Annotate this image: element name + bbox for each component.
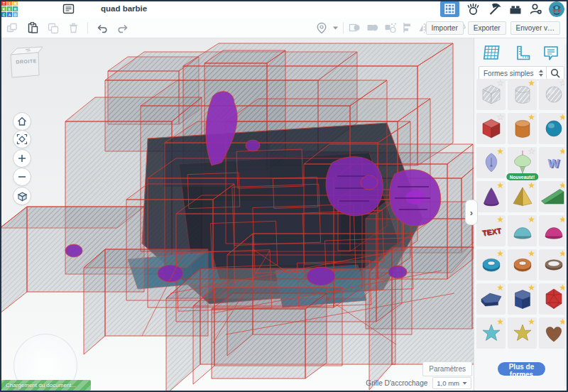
loading-toast: Chargement du document... [1,380,91,391]
logo-tile: A [7,12,12,17]
view-cube[interactable]: DROITE [6,43,45,80]
shape-ring[interactable]: ★ [539,249,568,281]
shape-pyramid[interactable]: ★ [508,181,537,212]
perspective-toggle-button[interactable] [13,187,31,205]
panel-tools [474,42,568,65]
tinkercad-logo[interactable]: TINKERCAD [1,1,18,17]
delete-icon [67,22,80,34]
zoom-out-button[interactable] [13,168,31,186]
more-shapes-button[interactable]: Plus de formes [498,362,545,376]
favorite-star-icon[interactable]: ★ [496,283,504,293]
blocks-view-button[interactable] [440,1,459,17]
ungroup-all-icon [383,21,397,34]
document-menu-icon[interactable] [62,3,75,15]
favorite-star-icon[interactable]: ★ [528,181,535,190]
toolbar: Importer Exporter Envoyer v… [0,18,568,38]
snap-grid-row: Grille D'accrochage 1,0 mm [366,377,471,389]
undo-icon[interactable] [96,23,109,33]
shape-half-sphere[interactable]: ★ [508,215,537,246]
shape-box-hole[interactable]: ☆ [476,79,506,110]
favorite-star-icon[interactable]: ★ [559,181,567,190]
shape-torus-thick[interactable]: ★ [508,249,537,281]
favorite-star-icon[interactable]: ★ [559,317,567,327]
favorite-star-icon[interactable]: ★ [528,249,535,258]
brick-icon[interactable] [508,2,523,16]
header: TINKERCAD quad barbie [0,0,568,18]
favorite-star-icon[interactable]: ☆ [496,113,504,122]
shape-scribble[interactable]: ★ [476,147,506,178]
logo-tile: D [13,12,18,17]
shape-cone[interactable]: ★ [476,181,506,212]
favorite-star-icon[interactable]: ★ [528,215,535,224]
category-value: Formes simples [484,70,534,77]
shape-icosahedron[interactable]: ★ [539,283,568,315]
panel-collapse-handle[interactable]: › [465,200,478,225]
shape-polygon[interactable]: ★ [476,283,506,315]
shape-sphere-hole[interactable]: ☆ [539,79,568,110]
logo-tile: I [7,1,12,6]
favorite-star-icon[interactable]: ★ [496,317,504,327]
shape-spinning-top[interactable]: ☆Nouveauté! [508,147,537,178]
shape-star[interactable]: ★ [476,317,506,349]
settings-button[interactable]: Paramètres [422,361,472,376]
divider [343,22,344,33]
divider [87,22,88,33]
shape-cylinder-hole[interactable]: ★ [508,79,537,110]
shape-letters[interactable]: WW★ [539,147,568,178]
favorite-star-icon[interactable]: ★ [528,79,535,88]
favorite-star-icon[interactable]: ★ [496,215,504,224]
shape-hexagonal-prism[interactable]: ★ [508,283,537,315]
favorite-star-icon[interactable]: ★ [528,283,535,293]
duplicate-icon [47,22,60,34]
workplane-dropdown-caret[interactable] [332,25,339,31]
viewport-3d[interactable]: DROITE Paramètres Grille D'accrochage 1,… [0,38,474,392]
export-button[interactable]: Exporter [468,21,506,35]
notes-icon[interactable] [542,44,560,62]
shape-text[interactable]: TEXTTEXT★ [476,215,506,246]
search-icon [550,68,560,78]
favorite-star-icon[interactable]: ★ [496,249,504,258]
category-row: Formes simples [479,66,564,80]
workplane-icon[interactable] [482,44,502,62]
favorite-star-icon[interactable]: ★ [559,215,567,224]
fit-view-button[interactable] [13,130,31,148]
paste-icon[interactable] [26,21,39,34]
shape-heart[interactable]: ★ [539,317,568,349]
shape-box[interactable]: ☆ [476,113,506,144]
workplane-pin-icon[interactable] [315,21,328,35]
pickaxe-icon[interactable] [487,1,502,16]
shape-thick-star[interactable]: ★ [508,317,537,349]
send-to-button[interactable]: Envoyer v… [510,21,560,35]
redo-icon[interactable] [116,23,129,33]
favorite-star-icon[interactable]: ☆ [528,147,535,156]
zoom-in-button[interactable] [13,149,31,168]
favorite-star-icon[interactable]: ★ [559,249,567,258]
shape-sphere[interactable]: ★ [539,113,568,144]
shape-cylinder[interactable]: ★ [508,113,537,144]
favorite-star-icon[interactable]: ★ [528,317,535,327]
favorite-star-icon[interactable]: ★ [559,283,567,293]
snap-grid-select[interactable]: 1,0 mm [432,377,471,389]
header-right [440,0,564,18]
user-avatar[interactable] [549,1,564,17]
favorite-star-icon[interactable]: ★ [559,147,567,156]
shape-paraboloid[interactable]: ★ [539,215,568,246]
shape-roof[interactable]: ★ [539,181,568,212]
shape-torus[interactable]: ★ [476,249,506,281]
shape-category-select[interactable]: Formes simples [479,66,547,80]
favorite-star-icon[interactable]: ★ [528,113,535,122]
hand-icon[interactable] [466,1,481,16]
favorite-star-icon[interactable]: ★ [559,113,567,122]
favorite-star-icon[interactable]: ★ [496,181,504,190]
favorite-star-icon[interactable]: ★ [496,147,504,156]
favorite-star-icon[interactable]: ☆ [559,79,567,88]
logo-tile: N [13,1,18,6]
shapes-panel: Formes simples ☆★☆☆★★★☆Nouveauté!WW★★★★T… [474,38,568,392]
add-person-icon[interactable] [529,2,542,16]
home-view-button[interactable] [13,112,31,131]
favorite-star-icon[interactable]: ☆ [496,79,504,88]
design-title[interactable]: quad barbie [101,4,147,13]
3d-scene[interactable] [0,38,474,391]
import-button[interactable]: Importer [426,21,464,35]
ruler-icon[interactable] [513,44,531,62]
